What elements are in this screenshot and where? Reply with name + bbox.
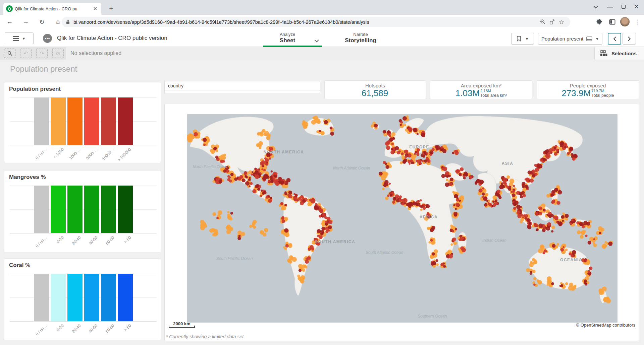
extensions-puzzle-icon[interactable]	[595, 17, 604, 26]
url-text: bi.vanoord.com/dev/sense/app/3d5d9168-49…	[73, 19, 538, 25]
filter-bar[interactable]	[84, 186, 99, 233]
axis-label: 10000…	[101, 147, 115, 161]
kpi-value: 1.03M	[455, 89, 480, 97]
previous-sheet-button[interactable]	[608, 33, 621, 45]
back-icon[interactable]: ←	[4, 16, 15, 27]
filter-bar[interactable]	[67, 186, 83, 233]
filter-bar[interactable]	[34, 186, 49, 233]
window-controls: — ×	[593, 0, 642, 13]
tab-close-icon[interactable]: ✕	[92, 6, 99, 12]
ocean-label: South Pacific Ocean	[216, 256, 253, 261]
minimize-icon[interactable]: —	[607, 4, 613, 10]
new-tab-button[interactable]: +	[107, 5, 115, 13]
filter-bar[interactable]	[51, 274, 66, 321]
chart-gridline	[10, 297, 157, 298]
tab-analyze-sheet[interactable]: Analyze Sheet	[263, 32, 312, 44]
continent-label: ASIA	[502, 161, 514, 166]
share-icon[interactable]	[547, 17, 557, 27]
kpi-people-exposed[interactable]: People exposed 273.9M 719.7MTotal people	[537, 80, 639, 99]
axis-label: 40-60	[88, 323, 99, 334]
filter-bar[interactable]	[101, 186, 116, 233]
filter-chart-population: Population present 0 / un…< 10001000-…50…	[4, 82, 161, 163]
filter-bar[interactable]	[67, 274, 83, 321]
axis-label: 60-80	[105, 235, 115, 246]
narrate-label: Narrate	[332, 32, 389, 37]
chart-gridline	[10, 186, 157, 186]
filter-bar[interactable]	[51, 186, 66, 233]
url-bar[interactable]: bi.vanoord.com/dev/sense/app/3d5d9168-49…	[62, 17, 570, 27]
chevron-left-icon	[613, 36, 616, 42]
undo-selection-icon[interactable]: ↶	[20, 49, 32, 58]
axis-label: > 100000	[117, 147, 132, 162]
kpi-label: Area exposed km²	[430, 83, 532, 88]
axis-label: 1000-…	[68, 147, 82, 160]
axis-label: 40-60	[88, 235, 99, 246]
kpi-area-exposed[interactable]: Area exposed km² 1.03M 2.15MTotal area k…	[430, 80, 532, 99]
map-scale-bar: 2000 km	[167, 321, 196, 328]
forward-icon[interactable]: →	[20, 16, 32, 27]
axis-label: 5000-…	[85, 147, 98, 160]
filter-bar[interactable]	[84, 274, 99, 321]
continent-label: EUROPE	[409, 145, 429, 149]
filter-bar[interactable]	[67, 97, 83, 145]
sheet-chevron-down-icon[interactable]	[314, 38, 319, 44]
filter-bar[interactable]	[51, 97, 66, 145]
filter-bar[interactable]	[118, 97, 133, 145]
filter-bar[interactable]	[101, 97, 116, 145]
maximize-icon[interactable]	[622, 5, 626, 9]
next-sheet-button[interactable]	[623, 33, 636, 45]
clear-selections-icon[interactable]: ⊘	[52, 49, 64, 58]
map-attribution: © OpenStreetMap contributors	[576, 323, 635, 328]
tab-search-chevron-icon[interactable]	[593, 5, 598, 8]
selections-status: No selections applied	[70, 47, 121, 60]
kpi-secondary-label: Total area km²	[480, 93, 507, 98]
reload-icon[interactable]: ↻	[36, 16, 48, 27]
listbox-scrollbar	[165, 90, 320, 90]
bookmarks-button[interactable]: ▼	[511, 33, 534, 45]
tab-narrate-storytelling[interactable]: Narrate Storytelling	[332, 32, 389, 44]
country-listbox[interactable]: country	[164, 81, 320, 93]
filter-bar[interactable]	[84, 97, 99, 145]
continent-label: AFRICA	[420, 215, 438, 219]
app-info-icon[interactable]: •••	[43, 34, 52, 43]
osm-link[interactable]: OpenStreetMap contributors	[581, 323, 635, 328]
continent-label: NORTH AMERICA	[263, 150, 304, 154]
ocean-label: South Atlantic Ocean	[366, 250, 403, 255]
chart-gridline	[10, 145, 157, 145]
chart-gridline	[10, 97, 157, 98]
kpi-secondary-value: 2.15M	[480, 89, 507, 93]
lock-icon	[66, 19, 70, 24]
sheet-selector-button[interactable]: Population present ▼	[538, 33, 602, 45]
axis-label: < 1000	[53, 147, 65, 159]
kpi-hotspots[interactable]: Hotspots 61,589	[324, 80, 426, 99]
chart-title: Coral %	[9, 262, 30, 269]
filter-bar[interactable]	[118, 274, 133, 321]
global-menu-button[interactable]: ▼	[5, 32, 34, 44]
profile-avatar[interactable]	[620, 17, 630, 26]
filter-bar[interactable]	[118, 186, 133, 233]
chevron-right-icon	[628, 36, 631, 42]
filter-bar[interactable]	[34, 274, 49, 321]
browser-tab[interactable]: Q Qlik for Climate Action - CRO pu ✕	[3, 3, 101, 15]
sheet-icon	[586, 37, 592, 41]
close-icon[interactable]: ×	[634, 3, 639, 10]
zoom-out-icon[interactable]	[538, 17, 547, 27]
filter-chart-coral: Coral % 0 / un…0-2020-4040-6060-80> 80	[4, 258, 161, 340]
redo-selection-icon[interactable]: ↷	[36, 49, 48, 58]
bookmark-star-icon[interactable]: ☆	[557, 17, 566, 27]
axis-label: 0-20	[56, 235, 65, 244]
selections-tool-button[interactable]: Selections	[594, 47, 644, 60]
filter-bar[interactable]	[34, 97, 49, 145]
browser-menu-icon[interactable]: ⋮	[633, 18, 641, 25]
copyright-symbol: ©	[576, 323, 580, 328]
world-map[interactable]: NORTH AMERICAEUROPEASIAAFRICASOUTH AMERI…	[187, 114, 618, 323]
continent-label: SOUTH AMERICA	[315, 239, 355, 244]
side-panel-icon[interactable]	[607, 17, 617, 26]
sheet-selector-label: Population present	[541, 36, 583, 42]
smart-search-icon[interactable]	[4, 49, 15, 58]
app-title: Qlik for Climate Action - CRO public ver…	[57, 35, 167, 42]
axis-label: 60-80	[105, 323, 115, 334]
qlik-favicon-icon: Q	[6, 5, 13, 12]
storytelling-label: Storytelling	[332, 37, 389, 44]
filter-bar[interactable]	[101, 274, 116, 321]
